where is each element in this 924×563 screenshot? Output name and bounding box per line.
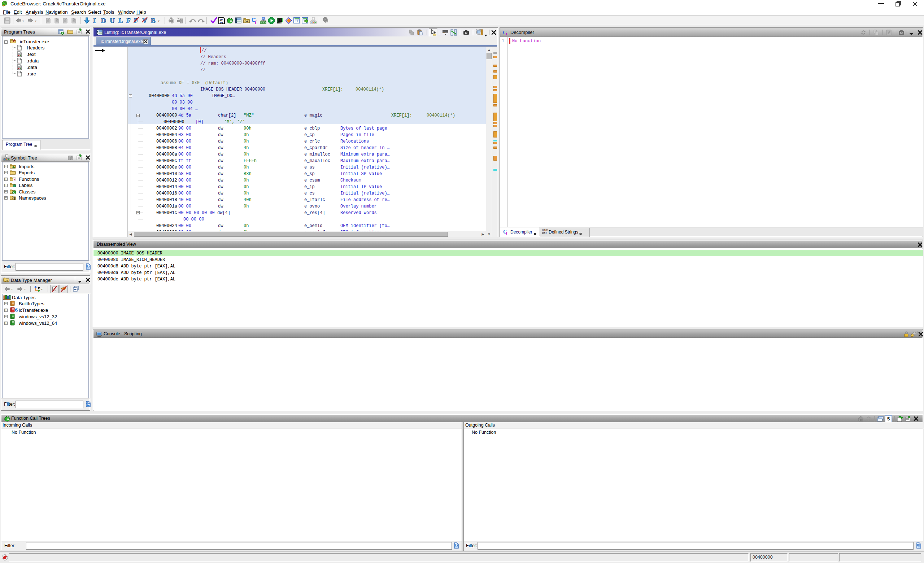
svg-text:f: f bbox=[255, 19, 257, 24]
svg-text:f: f bbox=[506, 231, 507, 235]
svg-text:DT: DT bbox=[245, 20, 249, 23]
svg-text:DT: DT bbox=[5, 279, 8, 282]
svg-text:01: 01 bbox=[220, 21, 224, 24]
svg-text:f: f bbox=[506, 32, 507, 36]
